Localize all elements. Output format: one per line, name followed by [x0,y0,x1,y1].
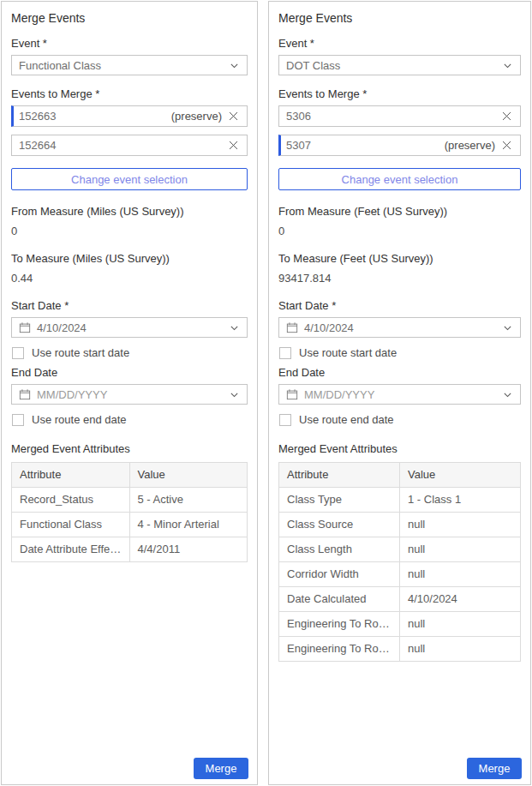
attribute-cell: Functional Class [12,513,130,537]
use-route-end-date-label: Use route end date [32,413,127,426]
merged-event-attributes-label: Merged Event Attributes [11,442,248,455]
table-row: Date Calculated 4/10/2024 [279,587,521,612]
from-measure-value: 0 [278,225,521,237]
event-id-text: 152664 [19,139,56,152]
start-date-label: Start Date * [11,300,248,312]
attribute-cell: Date Calculated [279,587,400,612]
start-date-input[interactable]: 4/10/2024 [11,317,248,338]
merge-button[interactable]: Merge [467,758,522,779]
table-row: Class Length null [279,537,521,562]
use-route-end-date-row: Use route end date [12,413,248,426]
value-cell: null [400,537,521,562]
table-header-row: Attribute Value [12,463,248,488]
change-event-selection-button[interactable]: Change event selection [278,168,521,190]
column-header-attribute: Attribute [279,463,400,488]
remove-event-icon[interactable] [500,110,513,123]
attribute-cell: Record_Status [12,488,130,513]
remove-event-icon[interactable] [500,139,513,152]
attribute-cell: Date Attribute Effective [12,537,130,562]
value-cell: 4/4/2011 [129,537,248,562]
value-cell: 5 - Active [129,488,248,513]
event-to-merge-item[interactable]: 5307 (preserve) [278,135,521,156]
event-select[interactable]: Functional Class [11,55,248,75]
chevron-down-icon [502,60,513,71]
from-measure-value: 0 [11,225,248,237]
calendar-icon [286,388,298,400]
value-cell: null [400,637,521,662]
event-id-text: 152663 [19,110,56,123]
chevron-down-icon [229,389,240,400]
calendar-icon [286,321,298,333]
end-date-placeholder: MM/DD/YYYY [37,388,107,401]
from-measure-label: From Measure (Feet (US Survey)) [278,206,521,218]
start-date-label: Start Date * [278,300,521,312]
merged-event-attributes-label: Merged Event Attributes [278,442,521,455]
attribute-cell: Class Source [279,513,400,537]
events-to-merge-list: 152663 (preserve) 152664 [11,105,248,156]
value-cell: 4 - Minor Arterial [129,513,248,537]
to-measure-label: To Measure (Feet (US Survey)) [278,253,521,265]
preserve-label: (preserve) [445,139,495,152]
event-select[interactable]: DOT Class [278,55,521,75]
use-route-end-date-row: Use route end date [279,413,521,426]
event-label: Event * [11,38,248,50]
event-to-merge-item[interactable]: 152664 [11,135,248,156]
column-header-value: Value [129,463,248,488]
merged-event-attributes-table: Attribute Value Class Type 1 - Class 1 C… [278,462,521,662]
change-event-selection-button[interactable]: Change event selection [11,168,248,190]
merge-button[interactable]: Merge [194,758,248,779]
use-route-end-date-checkbox[interactable] [12,414,24,426]
use-route-end-date-checkbox[interactable] [279,414,291,426]
merged-event-attributes-table: Attribute Value Record_Status 5 - Active… [11,462,248,562]
end-date-input[interactable]: MM/DD/YYYY [11,384,248,405]
merge-events-widgets: Merge Events Event * Functional Class Ev… [0,0,532,786]
event-id-text: 5306 [286,110,311,123]
events-to-merge-label: Events to Merge * [278,88,521,100]
value-cell: 1 - Class 1 [400,488,521,513]
chevron-down-icon [502,389,513,400]
events-to-merge-list: 5306 5307 (preserve) [278,105,521,156]
end-date-label: End Date [278,367,521,379]
attribute-cell: Corridor Width [279,562,400,587]
column-header-value: Value [400,463,521,488]
value-cell: null [400,513,521,537]
to-measure-value: 93417.814 [278,273,521,285]
end-date-label: End Date [11,367,248,379]
use-route-start-date-row: Use route start date [12,346,248,359]
table-row: Record_Status 5 - Active [12,488,248,513]
attribute-cell: Engineering To Route ... [279,637,400,662]
start-date-value: 4/10/2024 [304,321,354,334]
value-cell: 4/10/2024 [400,587,521,612]
use-route-start-date-row: Use route start date [279,346,521,359]
use-route-start-date-checkbox[interactable] [12,347,24,359]
from-measure-label: From Measure (Miles (US Survey)) [11,206,248,218]
events-to-merge-label: Events to Merge * [11,88,248,100]
start-date-value: 4/10/2024 [37,321,87,334]
column-header-attribute: Attribute [12,463,130,488]
preserve-label: (preserve) [171,110,222,123]
value-cell: null [400,562,521,587]
chevron-down-icon [502,322,513,333]
use-route-start-date-checkbox[interactable] [279,347,291,359]
remove-event-icon[interactable] [227,139,240,152]
panel-title: Merge Events [278,11,521,25]
event-to-merge-item[interactable]: 152663 (preserve) [11,105,248,127]
event-label: Event * [278,38,521,50]
event-select-value: Functional Class [19,59,101,72]
table-row: Engineering To Route ... null [279,637,521,662]
table-row: Engineering To RouteID null [279,612,521,637]
event-id-text: 5307 [286,139,311,152]
remove-event-icon[interactable] [227,110,240,123]
table-row: Class Source null [279,513,521,537]
panel-title: Merge Events [11,11,248,25]
to-measure-label: To Measure (Miles (US Survey)) [11,253,248,265]
table-row: Date Attribute Effective 4/4/2011 [12,537,248,562]
merge-events-panel-right: Merge Events Event * DOT Class Events to… [268,1,531,785]
event-to-merge-item[interactable]: 5306 [278,105,521,127]
end-date-input[interactable]: MM/DD/YYYY [278,384,521,405]
calendar-icon [19,321,31,333]
start-date-input[interactable]: 4/10/2024 [278,317,521,338]
attribute-cell: Engineering To RouteID [279,612,400,637]
to-measure-value: 0.44 [11,273,248,285]
value-cell: null [400,612,521,637]
